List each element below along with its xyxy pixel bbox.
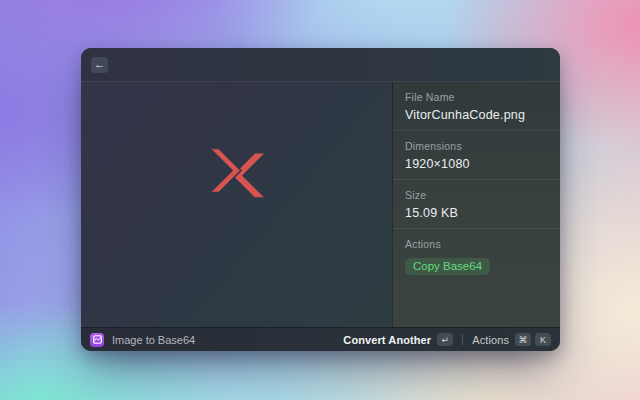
k-key[interactable]: K [535, 333, 551, 346]
desktop-background: ← File Name VitorCunhaCode.png Dimension [0, 0, 640, 400]
converter-window: ← File Name VitorCunhaCode.png Dimension [81, 48, 560, 351]
return-key-icon[interactable]: ↵ [437, 333, 453, 346]
image-preview-pane [81, 82, 392, 327]
dimensions-label: Dimensions [405, 140, 548, 152]
file-name-label: File Name [405, 91, 548, 103]
metadata-panel: File Name VitorCunhaCode.png Dimensions … [392, 82, 560, 327]
converted-image-logo [210, 149, 264, 198]
meta-file-name: File Name VitorCunhaCode.png [393, 82, 560, 131]
meta-dimensions: Dimensions 1920×1080 [393, 131, 560, 180]
image-icon [90, 333, 104, 347]
command-name: Image to Base64 [112, 334, 195, 346]
main-content: File Name VitorCunhaCode.png Dimensions … [81, 82, 560, 327]
command-key-icon[interactable]: ⌘ [515, 333, 531, 346]
meta-actions: Actions Copy Base64 [393, 229, 560, 327]
back-button[interactable]: ← [91, 57, 108, 73]
convert-another-button[interactable]: Convert Another [343, 334, 431, 346]
actions-label: Actions [405, 238, 548, 250]
actions-menu-button[interactable]: Actions [472, 334, 509, 346]
arrow-left-icon: ← [94, 58, 105, 70]
copy-base64-button[interactable]: Copy Base64 [405, 258, 490, 275]
footer-bar: Image to Base64 Convert Another ↵ Action… [81, 327, 560, 351]
meta-size: Size 15.09 KB [393, 180, 560, 229]
dimensions-value: 1920×1080 [405, 157, 548, 171]
window-header: ← [81, 48, 560, 82]
footer-divider [462, 334, 463, 345]
size-value: 15.09 KB [405, 206, 548, 220]
file-name-value: VitorCunhaCode.png [405, 108, 548, 122]
size-label: Size [405, 189, 548, 201]
